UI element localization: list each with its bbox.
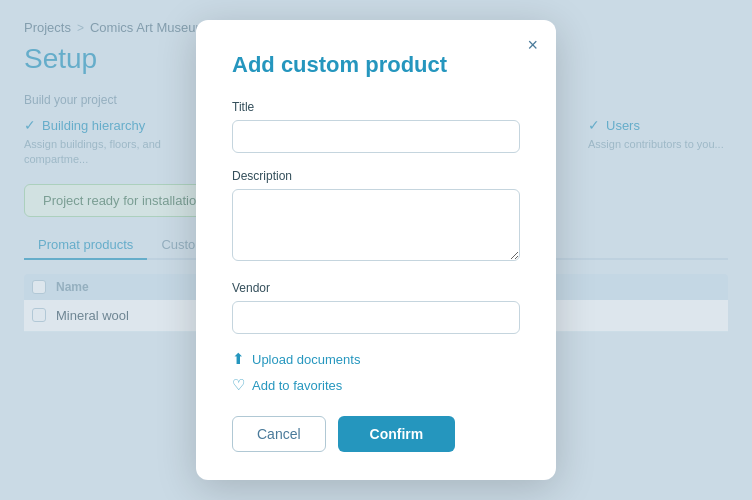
add-to-favorites-label: Add to favorites [252, 378, 342, 393]
action-links: ⬆ Upload documents ♡ Add to favorites [232, 350, 520, 394]
cancel-button[interactable]: Cancel [232, 416, 326, 452]
upload-documents-label: Upload documents [252, 352, 360, 367]
description-label: Description [232, 169, 520, 183]
modal-title: Add custom product [232, 52, 520, 78]
description-textarea[interactable] [232, 189, 520, 261]
vendor-field-group: Vendor [232, 281, 520, 334]
description-field-group: Description [232, 169, 520, 265]
add-to-favorites-link[interactable]: ♡ Add to favorites [232, 376, 520, 394]
modal-footer: Cancel Confirm [232, 416, 520, 452]
add-custom-product-modal: × Add custom product Title Description V… [196, 20, 556, 480]
upload-icon: ⬆ [232, 350, 245, 368]
vendor-label: Vendor [232, 281, 520, 295]
upload-documents-link[interactable]: ⬆ Upload documents [232, 350, 520, 368]
vendor-input[interactable] [232, 301, 520, 334]
title-input[interactable] [232, 120, 520, 153]
confirm-button[interactable]: Confirm [338, 416, 456, 452]
modal-overlay: × Add custom product Title Description V… [0, 0, 752, 500]
heart-icon: ♡ [232, 376, 245, 394]
title-field-group: Title [232, 100, 520, 153]
modal-close-button[interactable]: × [527, 36, 538, 54]
title-label: Title [232, 100, 520, 114]
